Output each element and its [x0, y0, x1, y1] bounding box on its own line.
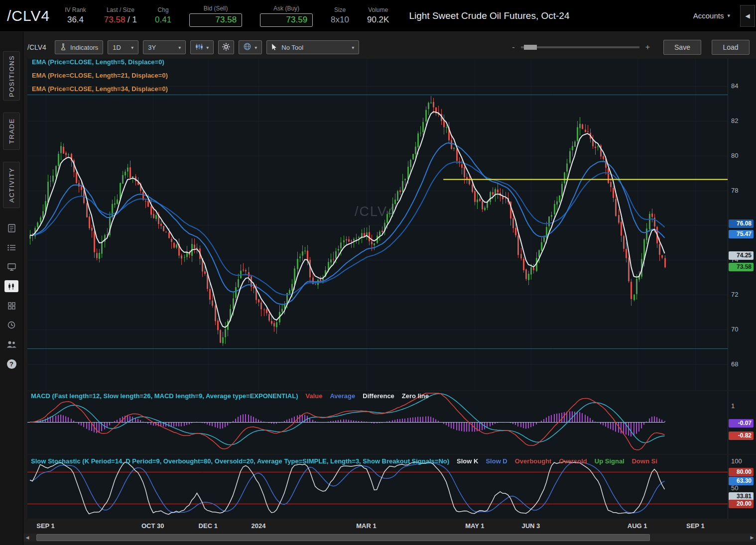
range-dropdown[interactable]: 3Y ▾ [143, 40, 186, 54]
flask-icon [60, 43, 67, 52]
stat-volume: Volume90.2K [367, 6, 389, 25]
price-badge: 76.08 [729, 219, 754, 228]
indicators-button[interactable]: Indicators [55, 40, 103, 54]
macd-badge: -0.82 [729, 432, 754, 440]
chart-watermark: /CLV4 [355, 204, 396, 219]
save-button[interactable]: Save [663, 40, 701, 55]
collapse-panel-button[interactable]: ◀ [740, 5, 755, 27]
stat-label: Last / Size [104, 6, 137, 13]
zoom-control: - + [512, 43, 650, 52]
stochastic-legend-item: Slow D [486, 457, 507, 465]
scroll-right-button[interactable]: ▶ [748, 534, 756, 542]
macd-legend-item: Value [305, 392, 322, 400]
scrollbar-track[interactable] [31, 534, 748, 542]
help-icon[interactable]: ? [4, 358, 18, 370]
price-tick: 70 [731, 326, 738, 333]
scrollbar-thumb[interactable] [36, 534, 650, 541]
macd-study-label[interactable]: MACD (Fast length=12, Slow length=26, MA… [31, 392, 298, 400]
zoom-out-button[interactable]: - [512, 43, 514, 52]
price-tick: 72 [731, 291, 738, 298]
stochastic-legend: Slow Stochastic (K Period=14, D Period=9… [31, 457, 726, 465]
time-axis-label: MAR 1 [356, 522, 376, 530]
stat-ask[interactable]: Ask (Buy)73.59 [260, 5, 313, 27]
monitor-icon[interactable] [4, 261, 18, 273]
study-labels: EMA (Price=CLOSE, Length=5, Displace=0)E… [32, 58, 168, 99]
accounts-dropdown[interactable]: Accounts ▾ [690, 8, 733, 23]
zoom-slider-track[interactable] [521, 46, 639, 48]
candlestick-chart-icon [195, 43, 203, 52]
range-value: 3Y [148, 44, 156, 51]
active-tool-value: No Tool [281, 44, 303, 51]
load-button[interactable]: Load [712, 40, 750, 55]
sidebar-tab-trade[interactable]: TRADE [3, 112, 20, 150]
price-chart-canvas[interactable] [27, 59, 728, 390]
chart-settings-button[interactable] [218, 40, 234, 54]
time-axis-label: JUN 3 [521, 522, 540, 530]
sidebar-tab-positions[interactable]: POSITIONS [3, 51, 20, 101]
time-axis-label: DEC 1 [199, 522, 218, 530]
stat-label: Bid (Sell) [189, 5, 242, 12]
sidebar: POSITIONS TRADE ACTIVITY ? [0, 32, 23, 545]
stochastic-badge: 63.30 [729, 477, 754, 485]
drawing-tools-dropdown[interactable]: ▾ [239, 40, 262, 54]
stat-value: 0.41 [155, 15, 171, 24]
stat-size: Size8x10 [331, 6, 349, 25]
macd-axis[interactable]: 1-0.07-0.82 [728, 391, 756, 454]
chart-toolbar: /CLV4 Indicators 1D ▾ 3Y ▾ ▾ ▾ No Tool ▾… [27, 40, 750, 55]
history-icon[interactable] [4, 319, 18, 331]
stochastic-axis[interactable]: 1005080.0063.3033.8120.00 [728, 455, 756, 519]
help-glyph: ? [7, 359, 16, 369]
chart-icon[interactable] [4, 280, 18, 292]
chevron-down-icon: ▾ [727, 12, 730, 19]
stat-label: Volume [367, 6, 389, 13]
stat-iv-rank: IV Rank36.4 [65, 6, 86, 25]
zoom-in-button[interactable]: + [645, 43, 650, 52]
stochastic-legend-item: Down Si [632, 457, 657, 465]
price-axis[interactable]: 84828078767472706876.0875.4774.2573.58 [728, 59, 756, 390]
time-axis-label: SEP 1 [36, 522, 55, 530]
stat-bid[interactable]: Bid (Sell)73.58 [189, 5, 242, 27]
time-axis-label: 2024 [252, 522, 266, 530]
stat-chg: Chg0.41 [155, 6, 171, 25]
price-tick: 84 [731, 82, 738, 90]
stat-value: 73.58 [104, 15, 126, 24]
header-stats: IV Rank36.4Last / Size73.58 / 1Chg0.41Bi… [65, 5, 407, 27]
macd-tick: 1 [731, 402, 735, 410]
time-axis[interactable]: SEP 1OCT 30DEC 12024MAR 1MAY 1JUN 3AUG 1… [27, 520, 728, 532]
stochastic-tick: 100 [731, 457, 742, 465]
stat-value: 8x10 [331, 15, 349, 24]
stochastic-legend-item: Oversold [559, 457, 587, 465]
chart-type-dropdown[interactable]: ▾ [190, 40, 214, 54]
grid-icon[interactable] [4, 300, 18, 312]
sidebar-icons: ? [4, 222, 18, 370]
zoom-slider-handle[interactable] [524, 45, 537, 50]
watchlist-icon[interactable] [4, 241, 18, 253]
macd-panel-canvas[interactable] [27, 391, 728, 454]
notes-icon[interactable] [4, 222, 18, 234]
macd-legend: MACD (Fast length=12, Slow length=26, MA… [31, 392, 726, 400]
chart-symbol-label: /CLV4 [27, 43, 46, 51]
stat-label: IV Rank [65, 6, 86, 13]
people-icon[interactable] [4, 338, 18, 350]
accounts-label: Accounts [693, 11, 724, 20]
symbol: /CLV4 [7, 7, 50, 24]
study-label-ema-34[interactable]: EMA (Price=CLOSE, Length=34, Displace=0) [32, 85, 168, 99]
chevron-down-icon: ▾ [254, 45, 257, 50]
active-tool-dropdown[interactable]: No Tool ▾ [266, 40, 359, 54]
price-badge: 73.58 [729, 263, 754, 271]
instrument-title: Light Sweet Crude Oil Futures, Oct-24 [409, 10, 569, 21]
time-axis-label: OCT 30 [141, 522, 164, 530]
cursor-icon [271, 43, 277, 52]
stochastic-legend-item: Slow K [457, 457, 478, 465]
stat-value: 36.4 [67, 15, 84, 24]
chevron-down-icon: ▾ [131, 45, 133, 50]
price-tick: 80 [731, 152, 738, 159]
study-label-ema-21[interactable]: EMA (Price=CLOSE, Length=21, Displace=0) [32, 72, 168, 85]
timeframe-dropdown[interactable]: 1D ▾ [108, 40, 138, 54]
stochastic-badge: 80.00 [729, 468, 754, 476]
sidebar-tab-activity[interactable]: ACTIVITY [3, 162, 20, 208]
time-axis-label: AUG 1 [628, 522, 647, 530]
scroll-left-button[interactable]: ◀ [23, 534, 31, 542]
stochastic-study-label[interactable]: Slow Stochastic (K Period=14, D Period=9… [31, 457, 449, 465]
study-label-ema-5[interactable]: EMA (Price=CLOSE, Length=5, Displace=0) [32, 58, 168, 72]
